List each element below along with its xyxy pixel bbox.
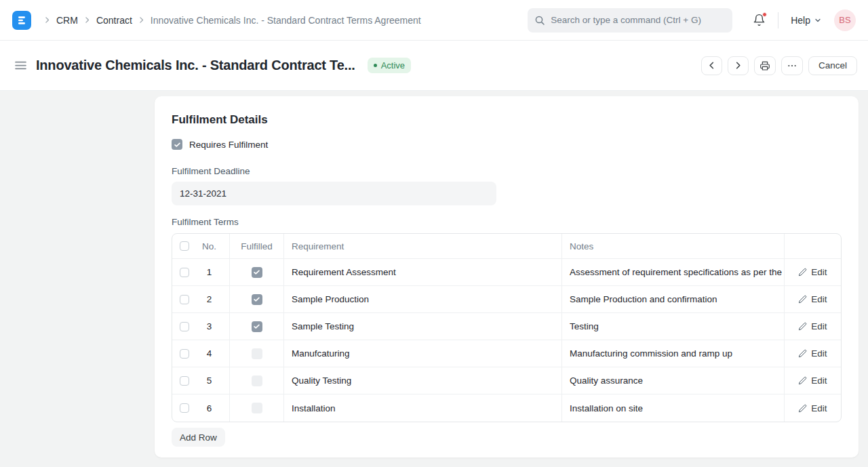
avatar-initials: BS	[839, 15, 850, 25]
edit-row-button[interactable]: Edit	[798, 348, 827, 359]
pencil-icon	[798, 322, 807, 331]
edit-row-button[interactable]: Edit	[798, 321, 827, 331]
breadcrumb-item[interactable]: Innovative Chemicals Inc. - Standard Con…	[151, 15, 421, 26]
app-logo[interactable]	[12, 11, 31, 30]
notes-cell[interactable]: Installation on site	[562, 394, 785, 422]
table-row: 4 Manufcaturing Manufacturing commission…	[172, 340, 841, 367]
pencil-icon	[798, 404, 807, 413]
row-select-checkbox[interactable]	[180, 322, 189, 331]
table-row: 5 Quality Testing Quality assurance Edit	[172, 367, 841, 394]
requirement-cell[interactable]: Manufcaturing	[284, 340, 562, 367]
table-body: 1 Requirement Assessment Assessment of r…	[172, 259, 841, 422]
check-icon	[174, 141, 181, 148]
erpnext-logo-icon	[16, 15, 27, 26]
next-record-button[interactable]	[728, 56, 749, 75]
notes-cell[interactable]: Assessment of requirement specifications…	[562, 259, 785, 285]
chevron-right-icon	[733, 60, 743, 70]
requirement-cell[interactable]: Sample Production	[284, 286, 562, 312]
help-label: Help	[791, 15, 810, 26]
status-badge: Active	[368, 58, 411, 73]
edit-row-button[interactable]: Edit	[798, 267, 827, 277]
status-label: Active	[381, 60, 405, 70]
chevron-left-icon	[707, 60, 717, 70]
edit-label: Edit	[811, 403, 827, 413]
fulfilled-checkbox[interactable]	[252, 403, 262, 413]
row-select-checkbox[interactable]	[180, 295, 189, 304]
requirement-cell[interactable]: Installation	[284, 394, 562, 422]
requirement-cell[interactable]: Quality Testing	[284, 367, 562, 394]
row-select-checkbox[interactable]	[180, 403, 189, 413]
column-header-no: No.	[189, 241, 229, 251]
fulfilled-checkbox[interactable]	[252, 267, 262, 278]
notes-cell[interactable]: Quality assurance	[562, 367, 785, 394]
chevron-down-icon	[814, 16, 822, 24]
requires-fulfilment-label: Requires Fulfilment	[189, 140, 268, 150]
search-icon	[534, 15, 545, 26]
fulfilment-details-card: Fulfilment Details Requires Fulfilment F…	[155, 96, 859, 458]
print-button[interactable]	[754, 56, 776, 75]
deadline-input[interactable]	[172, 182, 496, 205]
edit-row-button[interactable]: Edit	[798, 375, 827, 386]
row-number: 5	[189, 375, 229, 386]
edit-label: Edit	[811, 348, 827, 359]
breadcrumb-item[interactable]: Contract	[96, 15, 132, 26]
breadcrumb-chevron-icon	[137, 16, 146, 24]
notes-cell[interactable]: Manufacturing commission and ramp up	[562, 340, 785, 367]
search-input[interactable]	[551, 15, 726, 25]
table-row: 6 Installation Installation on site Edit	[172, 394, 841, 422]
avatar[interactable]: BS	[834, 9, 856, 31]
edit-label: Edit	[811, 294, 827, 304]
requires-fulfilment-checkbox[interactable]	[172, 139, 182, 150]
breadcrumb: CRMContractInnovative Chemicals Inc. - S…	[38, 15, 421, 26]
column-header-notes: Notes	[562, 234, 785, 258]
check-icon	[253, 268, 260, 276]
select-all-checkbox[interactable]	[180, 241, 189, 251]
table-header-row: No. Fulfilled Requirement Notes	[172, 234, 841, 259]
pencil-icon	[798, 349, 807, 358]
table-row: 3 Sample Testing Testing Edit	[172, 313, 841, 340]
more-options-button[interactable]	[781, 56, 803, 75]
fulfilled-checkbox[interactable]	[252, 348, 262, 359]
fulfilled-checkbox[interactable]	[252, 375, 262, 386]
column-header-edit	[785, 234, 841, 258]
search-bar[interactable]	[528, 8, 732, 33]
page-header: Innovative Chemicals Inc. - Standard Con…	[0, 41, 868, 91]
requirement-cell[interactable]: Requirement Assessment	[284, 259, 562, 285]
fulfilled-checkbox[interactable]	[252, 294, 262, 305]
terms-label: Fulfilment Terms	[172, 217, 842, 227]
row-number: 2	[189, 294, 229, 304]
column-header-requirement: Requirement	[284, 234, 562, 258]
navbar-right: Help BS	[528, 8, 856, 33]
deadline-label: Fulfilment Deadline	[172, 166, 842, 176]
edit-row-button[interactable]: Edit	[798, 403, 827, 413]
row-select-checkbox[interactable]	[180, 376, 189, 386]
edit-label: Edit	[811, 321, 827, 331]
breadcrumb-chevron-icon	[43, 16, 52, 24]
fulfilled-checkbox[interactable]	[252, 321, 262, 332]
requires-fulfilment-field: Requires Fulfilment	[172, 139, 842, 150]
help-menu[interactable]: Help	[791, 15, 822, 26]
printer-icon	[760, 60, 770, 71]
breadcrumb-item[interactable]: CRM	[56, 15, 78, 26]
edit-label: Edit	[811, 375, 827, 386]
row-number: 6	[189, 403, 229, 413]
notes-cell[interactable]: Sample Production and confirmation	[562, 286, 785, 312]
row-number: 1	[189, 267, 229, 277]
sidebar-toggle-button[interactable]	[11, 56, 31, 75]
row-select-checkbox[interactable]	[180, 349, 189, 359]
add-row-button[interactable]: Add Row	[172, 428, 225, 447]
requirement-cell[interactable]: Sample Testing	[284, 313, 562, 340]
column-header-fulfilled: Fulfilled	[230, 234, 284, 258]
notifications-button[interactable]	[753, 14, 766, 26]
ellipsis-icon	[787, 60, 797, 71]
row-select-checkbox[interactable]	[180, 268, 189, 277]
top-navbar: CRMContractInnovative Chemicals Inc. - S…	[0, 0, 868, 41]
table-row: 1 Requirement Assessment Assessment of r…	[172, 259, 841, 286]
fulfilment-terms-table: No. Fulfilled Requirement Notes 1 Requir…	[172, 233, 842, 422]
header-actions: Cancel	[701, 56, 857, 75]
check-icon	[253, 296, 260, 303]
notes-cell[interactable]: Testing	[562, 313, 785, 340]
edit-row-button[interactable]: Edit	[798, 294, 827, 304]
prev-record-button[interactable]	[701, 56, 722, 75]
cancel-button[interactable]: Cancel	[808, 56, 857, 75]
